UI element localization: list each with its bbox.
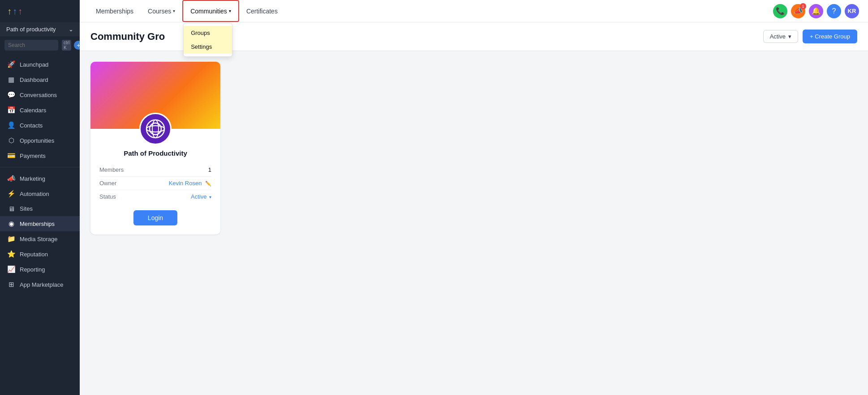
sidebar: ↑ ↑ ↑ Path of productivity ⌄ ctrl K + 🚀 … [0,0,80,395]
sidebar-item-label: Opportunities [20,137,54,144]
members-label: Members [99,166,124,173]
memberships-icon: ◉ [7,220,15,228]
card-body: Path of Productivity Members 1 Owner Kev… [90,129,220,234]
card-details: Members 1 Owner Kevin Rosen ✏️ Status [99,163,211,203]
sidebar-item-label: Reporting [20,266,45,273]
settings-label: Settings [191,43,212,50]
login-label: Login [148,214,163,221]
workspace-name: Path of productivity [6,26,56,33]
community-icon-svg [146,119,165,139]
sidebar-item-label: Calendars [20,107,46,114]
group-card: Path of Productivity Members 1 Owner Kev… [90,62,220,234]
sidebar-item-label: Conversations [20,92,57,98]
sidebar-item-label: Launchpad [20,61,48,68]
dropdown-item-groups[interactable]: Groups [184,26,232,40]
sidebar-item-marketing[interactable]: 📣 Marketing [0,171,80,186]
sidebar-add-button[interactable]: + [74,41,80,50]
owner-label: Owner [99,180,116,187]
media-storage-icon: 📁 [7,235,15,243]
opportunities-icon: ⬡ [7,136,15,144]
phone-button[interactable]: 📞 [773,4,787,18]
conversations-icon: 💬 [7,91,15,99]
avatar-initials: KR [848,8,856,14]
reputation-icon: ⭐ [7,250,15,258]
sidebar-item-media-storage[interactable]: 📁 Media Storage [0,231,80,246]
active-filter-button[interactable]: Active ▾ [763,30,798,43]
groups-label: Groups [191,30,210,36]
app-marketplace-icon: ⊞ [7,280,15,289]
communities-dropdown: Groups Settings [183,23,232,57]
card-name: Path of Productivity [124,149,187,157]
sidebar-item-automation[interactable]: ⚡ Automation [0,186,80,201]
sidebar-item-memberships[interactable]: ◉ Memberships [0,216,80,231]
sidebar-logo: ↑ ↑ ↑ [0,0,80,22]
bell-icon: 🔔 [812,7,821,15]
svg-point-1 [150,123,161,135]
page-title: Community Gro [90,31,165,50]
sidebar-item-conversations[interactable]: 💬 Conversations [0,87,80,102]
sidebar-item-label: Media Storage [20,236,58,242]
workspace-caret: ⌄ [69,26,73,33]
sidebar-item-sites[interactable]: 🖥 Sites [0,201,80,216]
nav-memberships-label: Memberships [96,8,133,15]
search-shortcut: ctrl K [62,40,71,51]
sidebar-item-reporting[interactable]: 📈 Reporting [0,262,80,277]
sidebar-item-label: Automation [20,191,49,197]
create-group-button[interactable]: + Create Group [803,30,857,43]
header-icons: 📞 📣 1 🔔 ? KR [773,4,859,18]
owner-value[interactable]: Kevin Rosen ✏️ [169,180,211,187]
filter-caret-icon: ▾ [788,33,791,40]
courses-caret-icon: ▾ [173,8,175,13]
login-button[interactable]: Login [133,210,177,225]
sidebar-item-launchpad[interactable]: 🚀 Launchpad [0,57,80,72]
card-avatar [139,113,172,145]
sidebar-item-calendars[interactable]: 📅 Calendars [0,102,80,118]
sidebar-item-label: App Marketplace [20,281,64,288]
sidebar-item-payments[interactable]: 💳 Payments [0,148,80,163]
groups-grid: Path of Productivity Members 1 Owner Kev… [80,51,868,245]
sidebar-item-label: Memberships [20,221,55,227]
sidebar-item-app-marketplace[interactable]: ⊞ App Marketplace [0,277,80,292]
sidebar-item-label: Payments [20,153,46,159]
filter-label: Active [770,33,786,40]
members-value: 1 [208,166,211,173]
logo-icon-3: ↑ [18,6,22,17]
dropdown-item-settings[interactable]: Settings [184,40,232,54]
workspace-selector[interactable]: Path of productivity ⌄ [0,22,80,36]
nav-certificates-label: Certificates [246,8,278,15]
phone-icon: 📞 [776,7,785,15]
sidebar-item-dashboard[interactable]: ▦ Dashboard [0,72,80,87]
nav-certificates[interactable]: Certificates [239,0,285,22]
calendars-icon: 📅 [7,106,15,114]
nav-communities-label: Communities [190,8,227,15]
help-button[interactable]: ? [827,4,841,18]
top-nav: Memberships Courses ▾ Communities ▾ Grou… [80,0,285,22]
nav-communities[interactable]: Communities ▾ Groups Settings [182,0,239,22]
page-actions: Active ▾ + Create Group [763,30,857,51]
sites-icon: 🖥 [7,205,15,212]
automation-icon: ⚡ [7,190,15,198]
search-input[interactable] [4,40,58,51]
bell-button[interactable]: 🔔 [809,4,823,18]
logo-icon: ↑ [7,6,12,17]
nav-courses-label: Courses [148,8,171,15]
avatar-button[interactable]: KR [845,4,859,18]
dashboard-icon: ▦ [7,76,15,84]
sidebar-item-reputation[interactable]: ⭐ Reputation [0,246,80,262]
nav-courses[interactable]: Courses ▾ [141,0,182,22]
payments-icon: 💳 [7,152,15,160]
sidebar-item-contacts[interactable]: 👤 Contacts [0,118,80,133]
logo-icon-2: ↑ [13,6,17,17]
content-area: Community Gro Active ▾ + Create Group [80,22,868,395]
status-value[interactable]: Active ▾ [191,193,211,200]
megaphone-button[interactable]: 📣 1 [791,4,805,18]
launchpad-icon: 🚀 [7,60,15,68]
status-label: Status [99,193,116,200]
card-detail-status: Status Active ▾ [99,190,211,203]
sidebar-item-opportunities[interactable]: ⬡ Opportunities [0,133,80,148]
nav-memberships[interactable]: Memberships [89,0,141,22]
sidebar-divider [0,167,80,167]
sidebar-item-label: Reputation [20,251,48,258]
status-caret-icon: ▾ [209,195,211,200]
notification-badge: 1 [800,3,806,9]
